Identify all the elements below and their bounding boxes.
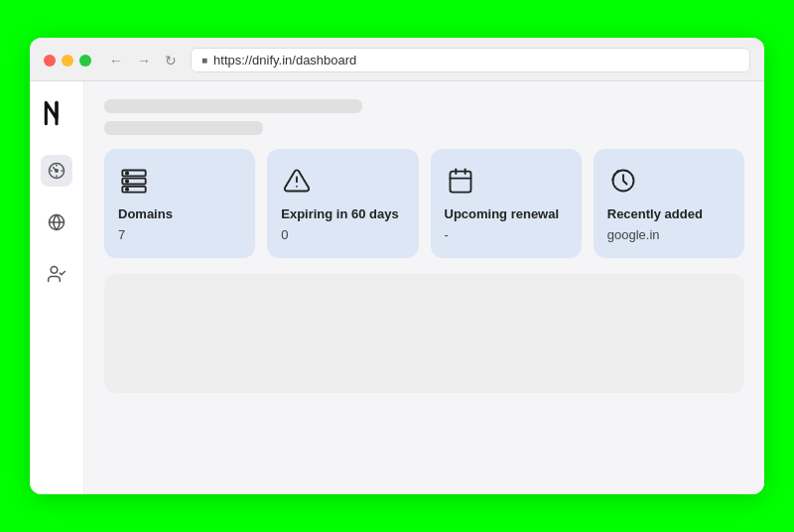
stat-card-upcoming-renewal[interactable]: Upcoming renewal - [431,149,582,258]
nav-buttons: ← → ↻ [105,51,181,70]
traffic-lights [44,55,91,66]
app-container: Domains 7 Expiring in 60 days 0 [30,81,764,494]
expiring-value: 0 [281,227,404,242]
refresh-button[interactable]: ↻ [161,51,181,70]
main-content: Domains 7 Expiring in 60 days 0 [84,81,764,494]
stat-card-expiring[interactable]: Expiring in 60 days 0 [267,149,418,258]
sidebar-item-domains[interactable] [41,206,72,238]
stat-card-domains[interactable]: Domains 7 [104,149,255,258]
url-text: https://dnify.in/dashboard [213,53,356,67]
domains-icon [118,165,150,197]
maximize-button[interactable] [79,55,91,66]
expiring-icon [281,165,313,197]
upcoming-renewal-icon [445,165,476,197]
domains-label: Domains [118,206,241,221]
stats-grid: Domains 7 Expiring in 60 days 0 [104,149,744,258]
address-bar[interactable]: ■ https://dnify.in/dashboard [191,48,750,72]
lock-icon: ■ [201,55,207,66]
sidebar-logo [39,95,74,131]
svg-point-9 [126,189,128,191]
header-skeleton [104,99,744,135]
skeleton-subtitle [104,121,263,135]
svg-point-8 [126,180,128,182]
minimize-button[interactable] [62,55,73,66]
svg-point-1 [56,170,59,173]
recently-added-label: Recently added [607,206,730,221]
svg-point-3 [51,267,58,274]
svg-point-7 [126,172,128,174]
upcoming-renewal-label: Upcoming renewal [445,206,568,221]
forward-button[interactable]: → [133,51,155,70]
recently-added-value: google.in [607,227,730,242]
sidebar-item-users[interactable] [41,258,72,290]
close-button[interactable] [44,55,56,66]
content-skeleton [104,274,744,393]
sidebar-item-dashboard[interactable] [41,155,72,187]
svg-rect-12 [450,172,470,193]
browser-window: ← → ↻ ■ https://dnify.in/dashboard [30,38,764,494]
stat-card-recently-added[interactable]: Recently added google.in [594,149,744,258]
recently-added-icon [607,165,639,197]
skeleton-title [104,99,362,113]
back-button[interactable]: ← [105,51,127,70]
title-bar: ← → ↻ ■ https://dnify.in/dashboard [30,38,764,81]
upcoming-renewal-value: - [445,227,568,242]
domains-value: 7 [118,227,241,242]
sidebar [30,81,84,494]
expiring-label: Expiring in 60 days [281,206,404,221]
